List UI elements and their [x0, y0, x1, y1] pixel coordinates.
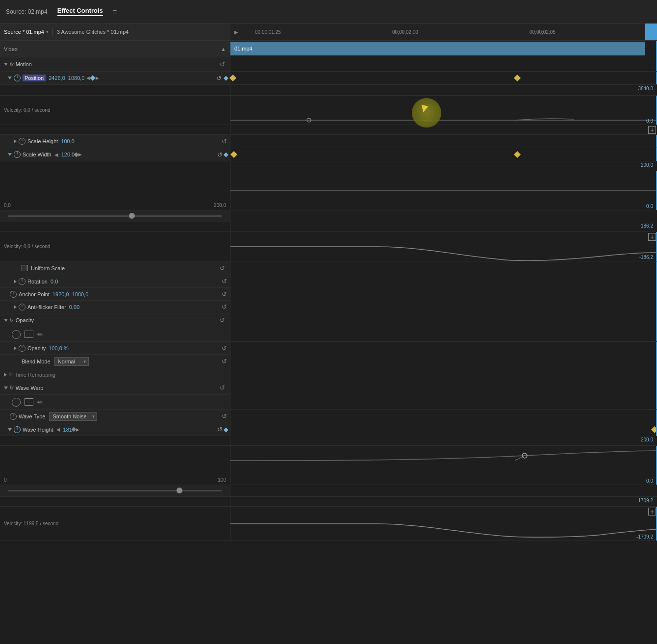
position-stopwatch[interactable] [14, 75, 21, 81]
scale-width-collapse[interactable] [8, 153, 12, 156]
scale-width-kf-goto[interactable]: ◆ [224, 151, 228, 158]
kf-position-2[interactable] [514, 75, 521, 81]
wh-vel-top: 1709,2 [638, 498, 653, 503]
opacity-collapse[interactable] [4, 319, 8, 322]
scale-width-value[interactable]: 120,0 [61, 152, 75, 157]
kf-position-1[interactable] [229, 75, 236, 81]
position-kf-goto[interactable]: ◆ [224, 75, 228, 81]
anti-flicker-stopwatch[interactable] [19, 304, 25, 310]
wave-height-collapse[interactable] [8, 428, 12, 431]
wave-warp-reset[interactable]: ↺ [218, 384, 226, 392]
scale-height-expand[interactable] [14, 139, 17, 143]
position-graph-zero: 0,0 [646, 118, 653, 124]
kf-sw-1[interactable] [230, 151, 237, 158]
wave-type-select[interactable]: Sine Square Triangle Sawtooth Smooth Noi… [49, 412, 97, 421]
position-graph-top: 3840,0 [638, 86, 653, 91]
kf-sw-2[interactable] [514, 151, 521, 158]
wave-type-reset[interactable]: ↺ [220, 412, 228, 420]
wh-velocity-row: Velocity: 1199,5 / second + -1709,2 [0, 507, 657, 541]
rotation-expand[interactable] [14, 280, 17, 283]
opacity-reset[interactable]: ↺ [220, 344, 228, 352]
ww-circle-shape[interactable] [12, 398, 21, 407]
opacity-section-reset[interactable]: ↺ [218, 316, 226, 324]
opacity-expand[interactable] [14, 346, 17, 350]
uniform-scale-reset[interactable]: ↺ [218, 264, 226, 272]
time-remap-expand[interactable] [4, 373, 7, 377]
wh-kf-goto[interactable]: ◆ [224, 426, 228, 433]
olive-circle [412, 98, 441, 128]
motion-collapse-icon[interactable] [4, 63, 8, 66]
blend-mode-reset[interactable]: ↺ [220, 358, 228, 365]
wave-warp-collapse[interactable] [4, 386, 8, 389]
anti-flicker-value[interactable]: 0,00 [69, 304, 79, 310]
ww-pen-icon[interactable]: ✏ [37, 398, 43, 406]
anchor-stopwatch[interactable] [10, 291, 17, 298]
rotation-reset[interactable]: ↺ [220, 278, 228, 285]
wave-height-stopwatch[interactable] [14, 426, 21, 433]
wh-slider-thumb[interactable] [177, 488, 182, 493]
wave-height-value[interactable]: 181 [63, 427, 72, 433]
sw-add-kf[interactable]: + [648, 233, 656, 241]
menu-icon[interactable]: ≡ [113, 8, 117, 16]
scale-width-next[interactable]: ▶ [78, 152, 82, 157]
ww-rect-shape[interactable] [25, 398, 33, 406]
opacity-rect-shape[interactable] [25, 331, 33, 338]
svg-point-1 [307, 118, 311, 122]
rotation-value[interactable]: 0,0 [51, 279, 58, 284]
wh-next[interactable]: ▶ [76, 427, 79, 432]
opacity-shapes-row: ✏ [0, 327, 657, 342]
scale-width-stopwatch[interactable] [14, 151, 21, 158]
wh-kf[interactable] [71, 427, 76, 432]
sw-slider-thumb[interactable] [129, 213, 135, 219]
position-collapse[interactable] [8, 77, 12, 79]
wh-prev[interactable]: ◀ [56, 427, 60, 432]
content-area: fx Motion ↺ Position [0, 57, 657, 644]
scale-width-kf[interactable] [74, 152, 79, 157]
wh-add-kf[interactable]: + [648, 508, 656, 515]
position-value2[interactable]: 1080,0 [68, 75, 85, 81]
uniform-scale-checkbox[interactable] [22, 265, 28, 271]
video-collapse[interactable]: ▲ [221, 46, 226, 52]
scale-width-prev[interactable]: ◀ [54, 152, 58, 157]
wh-velocity-text: Velocity: 1199,5 / second [4, 521, 58, 526]
blend-mode-select[interactable]: Normal Dissolve Darken Multiply Screen O… [54, 357, 89, 366]
position-graph-top-row: 3840,0 [0, 85, 657, 96]
anchor-value2[interactable]: 1080,0 [72, 291, 89, 297]
anchor-value1[interactable]: 1920,0 [52, 291, 69, 297]
clip-bar: 01.mp4 [230, 42, 645, 55]
anti-flicker-expand[interactable] [14, 305, 17, 309]
wh-slider-row [0, 485, 657, 497]
anti-flicker-reset[interactable]: ↺ [220, 303, 228, 311]
sw-vel-graph-top: 186,2 [641, 223, 653, 229]
wave-type-stopwatch[interactable] [10, 413, 17, 420]
scale-height-reset[interactable]: ↺ [220, 137, 228, 145]
opacity-value[interactable]: 100,0 % [49, 345, 68, 351]
wave-height-reset[interactable]: ↺ [216, 426, 224, 434]
opacity-circle-shape[interactable] [12, 330, 21, 339]
position-kf-diamond[interactable] [90, 75, 96, 80]
opacity-stopwatch[interactable] [19, 345, 25, 352]
position-add-kf-btn[interactable]: + [648, 126, 656, 134]
position-reset[interactable]: ↺ [215, 74, 223, 82]
source-tab-2[interactable]: 3 Awesome Glitches * 01.mp4 [57, 29, 129, 35]
position-value1[interactable]: 2426,0 [49, 75, 65, 81]
tab1-dropdown-arrow[interactable]: ▾ [46, 29, 49, 34]
source-tab-1[interactable]: Source * 01.mp4 ▾ [4, 29, 49, 35]
anchor-reset[interactable]: ↺ [220, 290, 228, 298]
scale-height-value[interactable]: 100,0 [61, 138, 75, 144]
timeline-scroll-left[interactable]: ▶ [232, 28, 240, 36]
sw-slider-track[interactable] [8, 215, 222, 217]
scale-width-reset[interactable]: ↺ [216, 151, 224, 158]
scale-height-stopwatch[interactable] [19, 138, 25, 145]
rotation-stopwatch[interactable] [19, 278, 25, 285]
sw-graph-row: 0,0 200,0 0,0 [0, 171, 657, 210]
sw-graph-top-row: 200,0 [0, 161, 657, 171]
motion-reset[interactable]: ↺ [218, 60, 226, 68]
wh-slider-track[interactable] [8, 490, 222, 491]
wh-vel-svg [230, 507, 657, 541]
opacity-pen-icon[interactable]: ✏ [37, 331, 43, 338]
position-next-kf[interactable]: ▶ [96, 76, 99, 80]
video-label: Video ▲ [0, 41, 230, 57]
source-label: Source: 02.mp4 [6, 8, 48, 15]
sw-slider-min: 0,0 [4, 203, 11, 208]
